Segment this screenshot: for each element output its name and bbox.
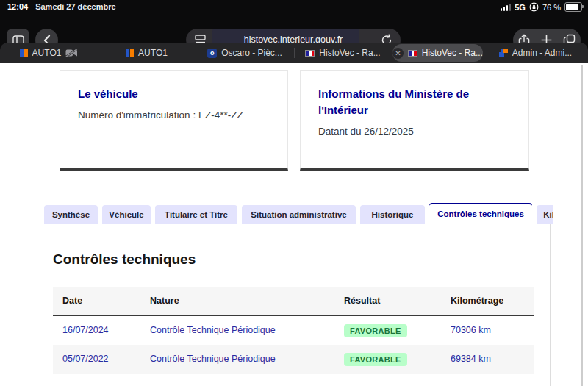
- card-title: Informations du Ministère de l'Intérieur: [318, 86, 502, 118]
- tab-vehicule[interactable]: Véhicule: [102, 205, 151, 224]
- auto1-favicon: [20, 49, 28, 57]
- status-date: Samedi 27 décembre: [35, 2, 115, 11]
- table-row: 16/07/2024 Contrôle Technique Périodique…: [53, 316, 534, 345]
- browser-tab-oscaro[interactable]: o Oscaro - Pièc...: [196, 43, 294, 63]
- card-title: Le véhicule: [78, 86, 262, 102]
- browser-tab-label: Admin - Admi...: [512, 48, 572, 58]
- network-type-label: 5G: [514, 3, 526, 12]
- column-header-date: Date: [62, 287, 82, 315]
- browser-tab-auto1-2[interactable]: AUTO1: [98, 43, 196, 63]
- status-badge: FAVORABLE: [344, 353, 407, 366]
- browser-tab-histovec-active[interactable]: ✕ HistoVec - Ra...: [392, 44, 483, 62]
- tab-situation-administrative[interactable]: Situation administrative: [242, 205, 356, 224]
- column-header-nature: Nature: [150, 287, 179, 315]
- browser-tab-auto1-1[interactable]: AUTO1: [0, 43, 98, 63]
- auto1-favicon: [126, 49, 134, 57]
- table-header-row: Date Nature Résultat Kilométrage: [53, 287, 534, 316]
- card-body: Numéro d'immatriculation : EZ-4**-ZZ: [78, 110, 270, 121]
- report-tab-list: Synthèse Véhicule Titulaire et Titre Sit…: [37, 203, 553, 224]
- ipad-safari-screen: 12:04 Samedi 27 décembre 5G 76 %: [0, 0, 588, 386]
- french-flag-favicon: [305, 50, 315, 57]
- browser-tab-label: AUTO1: [138, 48, 168, 58]
- section-heading: Contrôles techniques: [53, 251, 196, 268]
- browser-tab-label: Oscaro - Pièc...: [221, 48, 282, 58]
- inspection-date: 16/07/2024: [62, 316, 109, 345]
- browser-tab-strip: AUTO1 AUTO1 o Oscaro - Pièc... HistoVec …: [0, 43, 588, 63]
- page-right-edge: [581, 65, 583, 386]
- tab-titulaire-et-titre[interactable]: Titulaire et Titre: [155, 205, 237, 224]
- vehicle-card: Le véhicule Numéro d'immatriculation : E…: [60, 70, 288, 171]
- browser-tab-histovec-1[interactable]: HistoVec - Ra...: [294, 43, 392, 63]
- admin-favicon: [499, 49, 508, 57]
- ministry-info-card: Informations du Ministère de l'Intérieur…: [300, 70, 529, 171]
- tab-historique[interactable]: Historique: [360, 205, 425, 224]
- close-tab-icon[interactable]: ✕: [392, 48, 404, 59]
- column-header-resultat: Résultat: [344, 287, 380, 315]
- table-row: 05/07/2022 Contrôle Technique Périodique…: [53, 345, 534, 374]
- camera-muted-icon: [65, 49, 78, 57]
- signal-strength-icon: [501, 4, 512, 11]
- inspection-date: 05/07/2022: [62, 345, 109, 374]
- status-bar: 12:04 Samedi 27 décembre 5G 76 %: [0, 0, 588, 15]
- browser-tab-label: AUTO1: [32, 48, 62, 58]
- tab-synthese[interactable]: Synthèse: [44, 205, 98, 224]
- rotation-lock-icon: [529, 2, 539, 12]
- battery-percent-label: 76 %: [542, 3, 561, 12]
- inspection-kilometrage: 69384 km: [451, 345, 491, 374]
- battery-icon: [564, 2, 582, 12]
- clock: 12:04: [7, 2, 28, 11]
- technical-inspections-table: Date Nature Résultat Kilométrage 16/07/2…: [53, 287, 534, 374]
- inspection-nature: Contrôle Technique Périodique: [150, 316, 276, 345]
- inspection-nature: Contrôle Technique Périodique: [150, 345, 276, 374]
- card-body: Datant du 26/12/2025: [318, 126, 511, 137]
- web-page-content: Le véhicule Numéro d'immatriculation : E…: [0, 63, 588, 386]
- inspection-kilometrage: 70306 km: [451, 316, 491, 345]
- browser-tab-admin[interactable]: Admin - Admi...: [483, 43, 588, 63]
- browser-tab-label: HistoVec - Ra...: [422, 48, 483, 58]
- browser-toolbar: histovec.interieur.gouv.fr: [0, 13, 588, 43]
- french-flag-favicon: [408, 50, 417, 57]
- column-header-kilometrage: Kilométrage: [451, 287, 503, 315]
- browser-tab-label: HistoVec - Ra...: [319, 48, 380, 58]
- tab-kilometrage[interactable]: Kilométrage: [537, 205, 553, 224]
- oscaro-favicon: o: [207, 49, 217, 58]
- tab-controles-techniques[interactable]: Contrôles techniques: [429, 203, 532, 224]
- status-badge: FAVORABLE: [344, 324, 407, 337]
